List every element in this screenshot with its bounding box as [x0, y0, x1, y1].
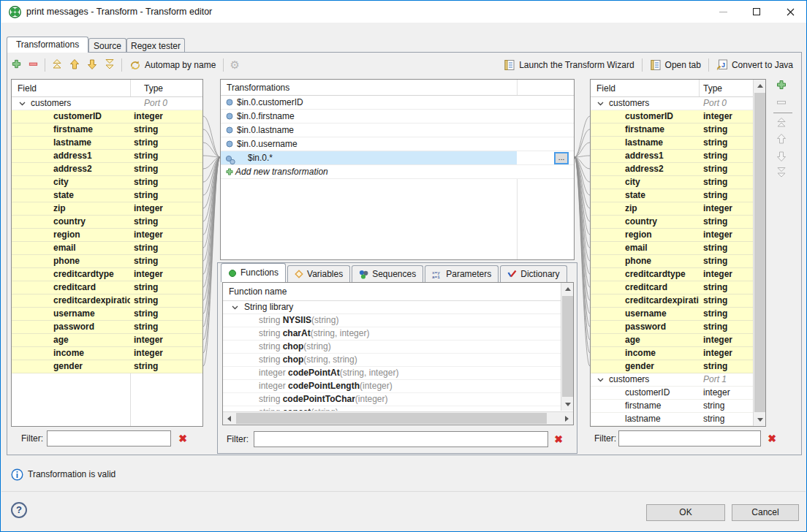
field-row[interactable]: phone string: [591, 255, 765, 268]
tab-functions[interactable]: Functions: [221, 263, 286, 282]
field-row[interactable]: region integer: [591, 229, 765, 242]
transformation-row[interactable]: $in.0.lastname: [221, 123, 574, 137]
field-row[interactable]: lastname string: [12, 137, 202, 150]
field-row[interactable]: gender string: [12, 360, 202, 373]
field-row[interactable]: region integer: [12, 229, 202, 242]
tab-dictionary[interactable]: Dictionary: [500, 265, 567, 282]
transformation-row[interactable]: $in.0.customerID: [221, 96, 574, 110]
convert-to-java-button[interactable]: J Convert to Java: [715, 58, 795, 72]
tab-parameters[interactable]: x=y a=1 Parameters: [425, 265, 499, 282]
tab-source[interactable]: Source: [88, 38, 126, 53]
transformation-row[interactable]: $in.0.username: [221, 137, 574, 151]
maximize-button[interactable]: [740, 1, 773, 23]
close-button[interactable]: [773, 1, 807, 23]
add-transformation-row[interactable]: Add new transformation: [221, 165, 574, 179]
move-up-button[interactable]: [69, 58, 80, 72]
minimize-button[interactable]: [706, 1, 740, 23]
scroll-down-arrow[interactable]: [754, 414, 766, 426]
cancel-button[interactable]: Cancel: [732, 504, 799, 521]
vertical-scrollbar[interactable]: [753, 80, 765, 426]
scroll-left-arrow[interactable]: [223, 412, 235, 425]
field-row[interactable]: age integer: [12, 334, 202, 347]
tab-transformations[interactable]: Transformations: [7, 37, 88, 53]
field-row[interactable]: phone string: [12, 255, 202, 268]
move-top-button[interactable]: [776, 117, 787, 131]
field-row[interactable]: creditcardtype integer: [591, 268, 765, 281]
move-down-button[interactable]: [776, 151, 787, 164]
field-row[interactable]: firstname string: [12, 123, 202, 137]
field-row[interactable]: age integer: [591, 334, 765, 347]
tab-sequences[interactable]: Sequences: [352, 265, 423, 282]
remove-output-field-button[interactable]: [776, 96, 787, 110]
field-row[interactable]: city string: [591, 176, 765, 189]
field-row[interactable]: creditcardexpiration string: [591, 294, 765, 308]
scrollbar-thumb[interactable]: [236, 413, 547, 424]
input-fields-filter[interactable]: [47, 430, 171, 446]
field-row[interactable]: customerID integer: [12, 110, 202, 123]
field-row[interactable]: creditcard string: [591, 281, 765, 294]
open-tab-button[interactable]: Open tab: [648, 58, 702, 72]
field-row[interactable]: address2 string: [12, 163, 202, 176]
field-row[interactable]: password string: [12, 321, 202, 334]
field-row[interactable]: username string: [591, 308, 765, 321]
field-row[interactable]: customerID integer: [591, 387, 765, 400]
scroll-right-arrow[interactable]: [561, 412, 573, 425]
scroll-down-arrow[interactable]: [561, 398, 574, 411]
function-list-item[interactable]: integer codePointLength(integer): [223, 380, 573, 393]
field-row[interactable]: city string: [12, 176, 202, 189]
add-output-field-button[interactable]: [776, 79, 787, 93]
field-row[interactable]: country string: [12, 216, 202, 229]
field-row[interactable]: income integer: [591, 347, 765, 360]
field-row[interactable]: lastname string: [591, 413, 765, 426]
output-fields-filter[interactable]: [618, 430, 761, 446]
automap-by-name-button[interactable]: Automap by name: [128, 58, 217, 72]
vertical-scrollbar[interactable]: [561, 283, 573, 411]
field-row[interactable]: zip integer: [12, 202, 202, 216]
field-row[interactable]: email string: [591, 242, 765, 255]
field-row[interactable]: customerID integer: [591, 110, 765, 123]
field-row[interactable]: password string: [591, 321, 765, 334]
field-row[interactable]: gender string: [591, 360, 765, 373]
field-row[interactable]: income integer: [12, 347, 202, 360]
scroll-up-arrow[interactable]: [561, 283, 574, 295]
field-row[interactable]: country string: [591, 216, 765, 229]
function-list-item-clipped[interactable]: string concat(string): [223, 406, 573, 411]
field-row[interactable]: address2 string: [591, 163, 765, 176]
function-list-item[interactable]: string chop(string): [223, 341, 573, 354]
settings-gear-icon[interactable]: ⚙: [230, 59, 239, 71]
field-row[interactable]: firstname string: [591, 400, 765, 413]
move-bottom-button[interactable]: [104, 58, 115, 72]
ok-button[interactable]: OK: [646, 504, 725, 521]
function-list-item[interactable]: string charAt(string, integer): [223, 327, 573, 341]
field-row[interactable]: state string: [591, 189, 765, 202]
function-list-item[interactable]: string NYSIIS(string): [223, 314, 573, 327]
horizontal-scrollbar[interactable]: [223, 411, 573, 425]
tab-variables[interactable]: Variables: [287, 265, 350, 282]
tab-regex-tester[interactable]: Regex tester: [126, 38, 185, 53]
field-row[interactable]: creditcardexpiration string: [12, 294, 202, 308]
transformation-row[interactable]: $in.0.firstname: [221, 110, 574, 123]
move-bottom-button[interactable]: [776, 167, 787, 180]
edit-transformation-button[interactable]: ...: [554, 152, 569, 164]
functions-filter-input[interactable]: [254, 431, 548, 447]
scrollbar-thumb[interactable]: [754, 93, 765, 412]
field-row[interactable]: address1 string: [591, 150, 765, 163]
launch-wizard-button[interactable]: Launch the Transform Wizard: [502, 58, 635, 72]
move-up-button[interactable]: [776, 133, 787, 147]
scrollbar-thumb[interactable]: [562, 296, 573, 397]
scroll-up-arrow[interactable]: [754, 80, 766, 92]
transformation-row-selected[interactable]: $in.0.* ...: [221, 151, 574, 165]
help-button[interactable]: ?: [11, 502, 27, 518]
add-field-button[interactable]: [11, 58, 22, 72]
clear-filter-icon[interactable]: ✖: [765, 432, 778, 445]
move-top-button[interactable]: [51, 58, 63, 72]
remove-field-button[interactable]: [28, 58, 39, 72]
function-library-group[interactable]: String library: [223, 301, 573, 314]
function-list-item[interactable]: string codePointToChar(integer): [223, 393, 573, 406]
field-row[interactable]: state string: [12, 189, 202, 202]
field-row[interactable]: creditcard string: [12, 281, 202, 294]
field-row[interactable]: creditcardtype integer: [12, 268, 202, 281]
field-row[interactable]: firstname string: [591, 123, 765, 137]
record-group-row[interactable]: customers Port 0: [12, 97, 202, 110]
function-list-item[interactable]: string chop(string, string): [223, 354, 573, 367]
